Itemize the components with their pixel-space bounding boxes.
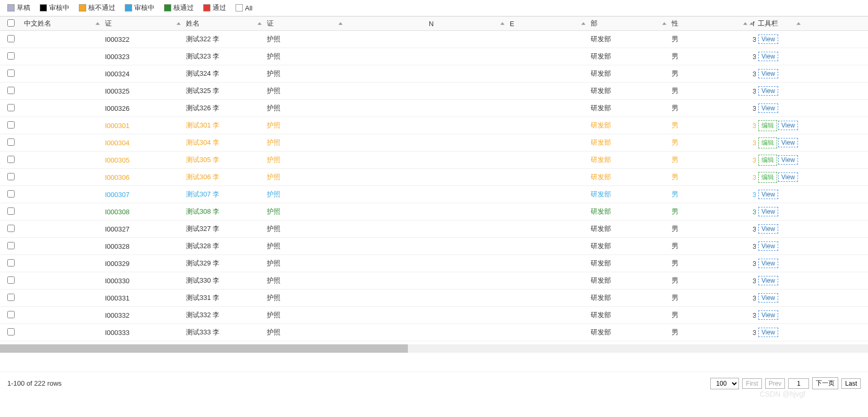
sort-icon[interactable] [749,22,754,25]
view-button[interactable]: View [758,259,778,268]
view-button[interactable]: View [758,207,778,216]
sort-icon[interactable] [96,22,100,25]
table-row[interactable]: I000307测试307 李护照研发部男3View [0,186,868,203]
view-button[interactable]: View [778,138,798,147]
sort-icon[interactable] [257,22,262,25]
view-button[interactable]: View [758,190,778,199]
row-checkbox[interactable] [7,173,15,180]
table-row[interactable]: I000322测试322 李护照研发部男3View [0,31,868,48]
table-row[interactable]: I000306测试306 李护照研发部男3编辑View [0,169,868,186]
view-button[interactable]: View [758,224,778,234]
row-checkbox[interactable] [7,225,15,232]
cell-dept-text: 研发部 [591,276,611,284]
view-button[interactable]: View [758,34,778,44]
view-button[interactable]: View [778,172,798,182]
next-page-button[interactable]: 下一页 [812,377,838,389]
sort-icon[interactable] [338,22,343,25]
row-checkbox[interactable] [7,294,15,301]
scrollbar-thumb[interactable] [0,344,408,353]
table-row[interactable]: I000301测试301 李护照研发部男3编辑View [0,117,868,134]
sort-icon[interactable] [581,22,585,25]
column-header[interactable]: E [507,20,588,28]
horizontal-scrollbar[interactable] [0,344,868,353]
row-checkbox[interactable] [7,156,15,163]
edit-button[interactable]: 编辑 [758,172,777,183]
column-header[interactable]: 证 [264,19,345,28]
sort-icon[interactable] [662,22,666,25]
table-row[interactable]: I000327测试327 李护照研发部男3View [0,221,868,238]
table-row[interactable]: I000323测试323 李护照研发部男3View [0,48,868,65]
view-button[interactable]: View [758,52,778,61]
last-page-button[interactable]: Last [841,378,861,389]
view-button[interactable]: View [778,121,798,130]
table-row[interactable]: I000325测试325 李护照研发部男3View [0,83,868,100]
select-all-checkbox[interactable] [7,19,15,27]
table-row[interactable]: I000333测试333 李护照研发部男3View [0,324,868,341]
prev-page-button[interactable]: Prev [765,378,785,389]
column-header[interactable]: 部 [588,19,668,28]
legend-item[interactable]: 核通过 [164,3,194,13]
column-header[interactable]: 性 [668,19,749,28]
view-button[interactable]: View [758,310,778,320]
row-checkbox[interactable] [7,242,15,249]
cell-dept: 研发部 [588,241,668,251]
view-button[interactable]: View [778,155,798,165]
column-header[interactable]: N [426,20,507,28]
first-page-button[interactable]: First [742,378,761,389]
row-checkbox[interactable] [7,190,15,198]
page-input[interactable] [788,378,809,389]
row-checkbox[interactable] [7,259,15,267]
edit-button[interactable]: 编辑 [758,137,777,148]
page-size-select[interactable]: 100 [710,378,739,389]
row-checkbox[interactable] [7,311,15,318]
view-button[interactable]: View [758,241,778,251]
edit-button[interactable]: 编辑 [758,155,777,166]
table-row[interactable]: I000332测试332 李护照研发部男3View [0,307,868,324]
table-row[interactable]: I000330测试330 李护照研发部男3View [0,272,868,289]
table-row[interactable]: I000305测试305 李护照研发部男3编辑View [0,152,868,169]
table-row[interactable]: I000329测试329 李护照研发部男3View [0,255,868,272]
view-button[interactable]: View [758,86,778,96]
legend-item[interactable]: 审核中 [40,3,69,13]
legend-item[interactable]: 草稿 [7,3,30,13]
column-header[interactable] [0,19,21,28]
edit-button[interactable]: 编辑 [758,120,777,131]
table-row[interactable]: I000328测试328 李护照研发部男3View [0,238,868,255]
row-checkbox[interactable] [7,70,15,77]
row-checkbox[interactable] [7,35,15,42]
table-row[interactable]: I000331测试331 李护照研发部男3View [0,289,868,307]
legend-item[interactable]: 通过 [203,3,226,13]
table-row[interactable]: I000308测试308 李护照研发部男3View [0,203,868,221]
view-button[interactable]: View [758,293,778,303]
view-button[interactable]: View [758,69,778,78]
sort-icon[interactable] [177,22,181,25]
view-button[interactable]: View [758,103,778,113]
sort-icon[interactable] [796,22,801,25]
column-header[interactable]: 工具栏 [756,19,803,28]
view-button[interactable]: View [758,328,778,337]
row-checkbox[interactable] [7,121,15,129]
row-checkbox[interactable] [7,52,15,60]
row-checkbox[interactable] [7,87,15,94]
sort-icon[interactable] [743,22,747,25]
legend-item[interactable]: 核不通过 [79,3,115,13]
table-row[interactable]: I000326测试326 李护照研发部男3View [0,100,868,117]
row-checkbox[interactable] [7,328,15,335]
legend-swatch [125,4,132,11]
column-header[interactable]: 姓名 [183,19,264,28]
row-checkbox[interactable] [7,104,15,111]
row-checkbox[interactable] [7,276,15,284]
table-row[interactable]: I000304测试304 李护照研发部男3编辑View [0,134,868,152]
table-row[interactable]: I000334测试334 李护照研发部男3View [0,341,868,344]
row-checkbox[interactable] [7,207,15,215]
row-checkbox[interactable] [7,138,15,146]
column-header[interactable]: 证 [102,19,183,28]
legend-item[interactable]: All [236,4,252,12]
legend-item[interactable]: 审核中 [125,3,155,13]
view-button[interactable]: View [758,276,778,285]
column-header[interactable]: f [749,20,756,28]
table-row[interactable]: I000324测试324 李护照研发部男3View [0,65,868,83]
table-body[interactable]: I000322测试322 李护照研发部男3ViewI000323测试323 李护… [0,31,868,344]
column-header[interactable]: 中文姓名 [21,19,102,28]
sort-icon[interactable] [500,22,505,25]
